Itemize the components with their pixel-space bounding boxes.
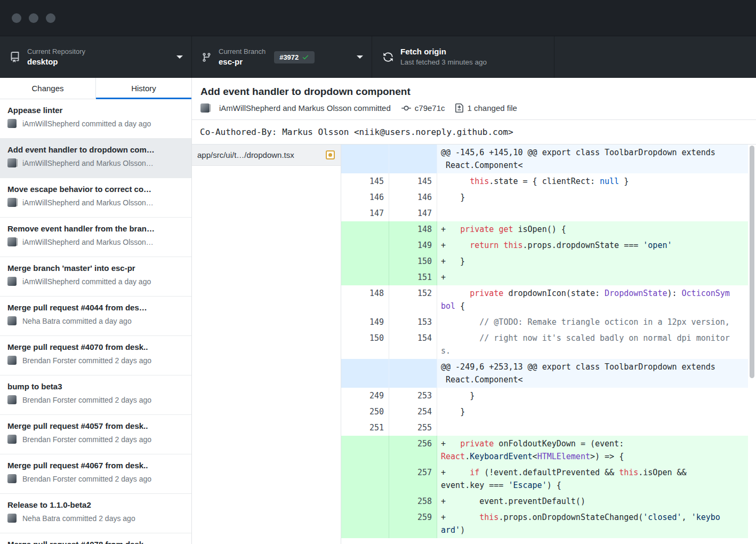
- commit-list-title: Merge pull request #4044 from des…: [7, 303, 184, 312]
- commit-list-item[interactable]: bump to beta3Brendan Forster committed 2…: [0, 375, 191, 415]
- commit-list-meta: iAmWillShepherd committed a day ago: [22, 119, 151, 128]
- commit-list-meta: Brendan Forster committed 2 days ago: [22, 435, 151, 444]
- commit-list-item[interactable]: Add event handler to dropdown com…iAmWil…: [0, 139, 191, 178]
- commit-list-meta: iAmWillShepherd and Markus Olsson…: [22, 238, 154, 246]
- diff-line-context: 149153 // @TODO: Remake triangle octicon…: [341, 314, 756, 330]
- avatar: [7, 158, 18, 168]
- tab-changes[interactable]: Changes: [0, 78, 96, 99]
- diff-old-line-number: 146: [341, 189, 389, 205]
- commit-list-title: Merge pull request #4070 from desk..: [7, 342, 184, 351]
- file-list-item[interactable]: app/src/ui/t…/dropdown.tsx: [192, 145, 341, 166]
- branch-dropdown-button[interactable]: Current Branch esc-pr #3972: [192, 36, 372, 78]
- commit-list-title: Merge pull request #4078 from desk..: [7, 540, 184, 544]
- commit-list-item[interactable]: Merge pull request #4078 from desk..: [0, 533, 191, 544]
- avatar: [7, 434, 18, 444]
- diff-old-line-number: [341, 436, 389, 465]
- avatar: [7, 316, 18, 326]
- diff-line-context: 147147: [341, 205, 756, 221]
- traffic-light-minimize[interactable]: [29, 13, 38, 23]
- commit-list-title: Remove event handler from the bran…: [7, 224, 184, 233]
- diff-code-text: + private get isOpen() {: [437, 221, 756, 237]
- sync-icon: [383, 52, 393, 62]
- commit-list-item[interactable]: Release to 1.1.0-beta2Neha Batra committ…: [0, 494, 191, 533]
- diff-old-line-number: [341, 221, 389, 237]
- commit-list-item[interactable]: Merge pull request #4070 from desk..Bren…: [0, 336, 191, 375]
- commit-list-item[interactable]: Appease linteriAmWillShepherd committed …: [0, 99, 191, 139]
- diff-line-context: 249253 }: [341, 388, 756, 404]
- diff-old-line-number: [341, 493, 389, 509]
- diff-line-context: 150154 // right now it's scaled badly on…: [341, 330, 756, 359]
- commit-list-meta: Neha Batra committed a day ago: [22, 317, 132, 325]
- fetch-origin-button[interactable]: Fetch origin Last fetched 3 minutes ago: [372, 36, 554, 78]
- diff-line-added: 259+ this.props.onDropdownStateChanged('…: [341, 509, 756, 538]
- commit-list-item[interactable]: Remove event handler from the bran…iAmWi…: [0, 218, 191, 257]
- diff-code-text: [437, 420, 756, 436]
- diff-code-text: @@ -145,6 +145,10 @@ export class Toolba…: [437, 145, 756, 173]
- diff-new-line-number: 257: [389, 465, 437, 493]
- diff-line-added: 258+ event.preventDefault(): [341, 493, 756, 509]
- diff-new-line-number: 256: [389, 436, 437, 465]
- traffic-light-zoom[interactable]: [46, 13, 55, 23]
- diff-new-line-number: 149: [389, 237, 437, 253]
- diff-old-line-number: [341, 359, 389, 388]
- diff-code-text: }: [437, 189, 756, 205]
- avatar: [7, 395, 18, 405]
- commit-sha: c79e71c: [415, 103, 445, 113]
- commit-list-title: bump to beta3: [7, 382, 184, 391]
- avatar: [7, 237, 18, 247]
- diff-old-line-number: 251: [341, 420, 389, 436]
- diff-line-context: 146146 }: [341, 189, 756, 205]
- diff-old-line-number: [341, 253, 389, 269]
- diff-line-added: 257+ if (!event.defaultPrevented && this…: [341, 465, 756, 493]
- diff-old-line-number: [341, 237, 389, 253]
- branch-label: Current Branch: [219, 47, 266, 56]
- diff-hunk-header: @@ -145,6 +145,10 @@ export class Toolba…: [341, 145, 756, 173]
- diff-new-line-number: [389, 359, 437, 388]
- diff-new-line-number: 253: [389, 388, 437, 404]
- diff-scrollbar-thumb[interactable]: [750, 146, 754, 378]
- commit-description: Co-Authored-By: Markus Olsson <niik@user…: [192, 119, 756, 145]
- diff-code-text: private dropdownIcon(state: DropdownStat…: [437, 285, 756, 314]
- diff-code-text: + return this.props.dropdownState === 'o…: [437, 237, 756, 253]
- repository-dropdown-button[interactable]: Current Repository desktop: [0, 36, 192, 78]
- commit-list-item[interactable]: Merge pull request #4044 from des…Neha B…: [0, 297, 191, 336]
- check-icon: [302, 53, 309, 61]
- traffic-light-close[interactable]: [12, 13, 21, 23]
- commit-list-item[interactable]: Merge branch 'master' into esc-priAmWill…: [0, 257, 191, 297]
- commit-header: Add event handler to dropdown component …: [192, 78, 756, 119]
- toolbar: Current Repository desktop Current Branc…: [0, 36, 756, 78]
- avatar: [7, 197, 18, 207]
- diff-hunk-header: @@ -249,6 +253,13 @@ export class Toolba…: [341, 359, 756, 388]
- diff-new-line-number: 154: [389, 330, 437, 359]
- tab-history[interactable]: History: [96, 78, 191, 99]
- diff-new-line-number: 153: [389, 314, 437, 330]
- diff-line-added: 150+ }: [341, 253, 756, 269]
- diff-new-line-number: 151: [389, 269, 437, 285]
- commit-list-title: Add event handler to dropdown com…: [7, 145, 184, 154]
- diff-code-text: this.state = { clientRect: null }: [437, 173, 756, 189]
- pull-request-badge: #3972: [274, 51, 315, 63]
- diff-code-text: [437, 205, 756, 221]
- branch-name: esc-pr: [219, 57, 266, 67]
- commit-history-list: Appease linteriAmWillShepherd committed …: [0, 99, 191, 544]
- diff-old-line-number: 150: [341, 330, 389, 359]
- diff-new-line-number: 259: [389, 509, 437, 538]
- diff-line-context: 251255: [341, 420, 756, 436]
- diff-line-added: 151+: [341, 269, 756, 285]
- diff-new-line-number: 255: [389, 420, 437, 436]
- commit-title: Add event handler to dropdown component: [200, 86, 747, 98]
- commit-list-title: Merge pull request #4057 from desk..: [7, 421, 184, 430]
- commit-list-item[interactable]: Move escape behavior to correct co…iAmWi…: [0, 178, 191, 218]
- diff-old-line-number: 149: [341, 314, 389, 330]
- commit-list-item[interactable]: Merge pull request #4067 from desk..Bren…: [0, 454, 191, 494]
- commit-list-meta: Brendan Forster committed 2 days ago: [22, 396, 151, 404]
- avatar: [7, 474, 18, 484]
- commit-list-item[interactable]: Merge pull request #4057 from desk..Bren…: [0, 415, 191, 454]
- diff-code-text: }: [437, 388, 756, 404]
- commit-list-meta: iAmWillShepherd and Markus Olsson…: [22, 159, 154, 167]
- commit-list-title: Merge pull request #4067 from desk..: [7, 461, 184, 470]
- pull-request-number: #3972: [279, 53, 299, 61]
- diff-new-line-number: 147: [389, 205, 437, 221]
- chevron-down-icon: [176, 55, 183, 59]
- file-diff-icon: [455, 103, 464, 113]
